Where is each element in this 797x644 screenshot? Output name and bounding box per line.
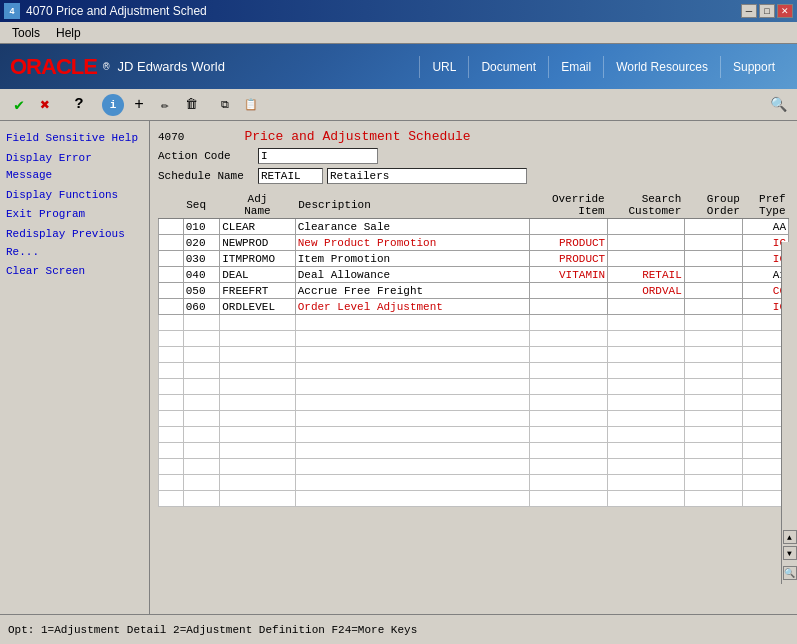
sidebar-item-display-error[interactable]: Display Error Message xyxy=(4,149,145,186)
registered-mark: ® xyxy=(103,61,110,73)
cell-adj: CLEAR xyxy=(220,219,296,235)
empty-cell-o[interactable] xyxy=(159,411,184,427)
header-nav: URL Document Email World Resources Suppo… xyxy=(419,56,787,78)
empty-cell-o[interactable] xyxy=(159,443,184,459)
empty-table-row xyxy=(159,347,789,363)
title-bar-text: 4070 Price and Adjustment Sched xyxy=(26,4,207,18)
paste-button[interactable]: 📋 xyxy=(240,94,262,116)
nav-document[interactable]: Document xyxy=(468,56,548,78)
help-button[interactable]: ? xyxy=(68,94,90,116)
schedule-desc-input[interactable] xyxy=(327,168,527,184)
scroll-down-button[interactable]: ▼ xyxy=(783,546,797,560)
sidebar-item-exit-program[interactable]: Exit Program xyxy=(4,205,145,225)
empty-cell-override xyxy=(530,363,608,379)
close-button[interactable]: ✕ xyxy=(777,4,793,18)
cancel-button[interactable]: ✖ xyxy=(34,94,56,116)
minimize-button[interactable]: ─ xyxy=(741,4,757,18)
cell-group xyxy=(684,235,743,251)
col-header-search: SearchCustomer xyxy=(608,192,685,219)
col-header-group: GroupOrder xyxy=(684,192,743,219)
empty-cell-search xyxy=(608,379,685,395)
empty-cell-o[interactable] xyxy=(159,491,184,507)
schedule-name-label: Schedule Name xyxy=(158,170,258,182)
cell-seq: 020 xyxy=(183,235,219,251)
col-header-desc: Description xyxy=(295,192,529,219)
add-button[interactable]: + xyxy=(128,94,150,116)
empty-cell-o[interactable] xyxy=(159,331,184,347)
data-table: Seq AdjName Description OverrideItem Sea… xyxy=(158,192,789,507)
status-bar: Opt: 1=Adjustment Detail 2=Adjustment De… xyxy=(0,614,797,644)
nav-email[interactable]: Email xyxy=(548,56,603,78)
schedule-name-input[interactable] xyxy=(258,168,323,184)
action-code-row: Action Code xyxy=(158,148,789,164)
cell-desc: Order Level Adjustment xyxy=(295,299,529,315)
sidebar-item-redisplay[interactable]: Redisplay Previous Re... xyxy=(4,225,145,262)
cell-adj: ITMPROMO xyxy=(220,251,296,267)
empty-cell-seq xyxy=(183,315,219,331)
cell-o[interactable] xyxy=(159,235,184,251)
empty-cell-o[interactable] xyxy=(159,379,184,395)
empty-cell-adj xyxy=(220,475,296,491)
scroll-up-button[interactable]: ▲ xyxy=(783,530,797,544)
app-icon: 4 xyxy=(4,3,20,19)
cell-group xyxy=(684,219,743,235)
nav-url[interactable]: URL xyxy=(419,56,468,78)
empty-cell-override xyxy=(530,491,608,507)
empty-cell-desc xyxy=(295,475,529,491)
copy-button[interactable]: ⧉ xyxy=(214,94,236,116)
maximize-button[interactable]: □ xyxy=(759,4,775,18)
cell-override: PRODUCT xyxy=(530,251,608,267)
search-button[interactable]: 🔍 xyxy=(767,94,789,116)
nav-support[interactable]: Support xyxy=(720,56,787,78)
cell-o[interactable] xyxy=(159,283,184,299)
action-code-input[interactable] xyxy=(258,148,378,164)
nav-world-resources[interactable]: World Resources xyxy=(603,56,720,78)
form-header-row: 4070 Price and Adjustment Schedule xyxy=(158,129,789,144)
cell-o[interactable] xyxy=(159,251,184,267)
cell-desc: Item Promotion xyxy=(295,251,529,267)
cell-desc: Clearance Sale xyxy=(295,219,529,235)
empty-cell-override xyxy=(530,459,608,475)
cell-o[interactable] xyxy=(159,299,184,315)
empty-cell-desc xyxy=(295,427,529,443)
empty-cell-o[interactable] xyxy=(159,363,184,379)
zoom-button[interactable]: 🔍 xyxy=(783,566,797,580)
info-button[interactable]: i xyxy=(102,94,124,116)
edit-button[interactable]: ✏ xyxy=(154,94,176,116)
empty-cell-o[interactable] xyxy=(159,475,184,491)
empty-cell-search xyxy=(608,347,685,363)
empty-cell-seq xyxy=(183,379,219,395)
empty-cell-adj xyxy=(220,395,296,411)
schedule-name-row: Schedule Name xyxy=(158,168,789,184)
empty-cell-override xyxy=(530,379,608,395)
empty-table-row xyxy=(159,459,789,475)
zoom-icon: 🔍 xyxy=(783,566,797,580)
empty-cell-override xyxy=(530,427,608,443)
cell-adj: DEAL xyxy=(220,267,296,283)
empty-cell-o[interactable] xyxy=(159,395,184,411)
sidebar-item-clear-screen[interactable]: Clear Screen xyxy=(4,262,145,282)
empty-cell-o[interactable] xyxy=(159,427,184,443)
empty-cell-o[interactable] xyxy=(159,459,184,475)
empty-cell-seq xyxy=(183,427,219,443)
menu-help[interactable]: Help xyxy=(48,24,89,42)
empty-cell-group xyxy=(684,443,743,459)
empty-cell-o[interactable] xyxy=(159,315,184,331)
sidebar: Field Sensitive Help Display Error Messa… xyxy=(0,121,150,614)
menu-tools[interactable]: Tools xyxy=(4,24,48,42)
cell-override: VITAMIN xyxy=(530,267,608,283)
empty-cell-o[interactable] xyxy=(159,347,184,363)
sidebar-item-display-functions[interactable]: Display Functions xyxy=(4,186,145,206)
cell-adj: ORDLEVEL xyxy=(220,299,296,315)
cell-o[interactable] xyxy=(159,267,184,283)
confirm-button[interactable]: ✔ xyxy=(8,94,30,116)
empty-cell-desc xyxy=(295,363,529,379)
cell-o[interactable] xyxy=(159,219,184,235)
sidebar-item-field-help[interactable]: Field Sensitive Help xyxy=(4,129,145,149)
program-number: 4070 xyxy=(158,131,184,143)
delete-button[interactable]: 🗑 xyxy=(180,94,202,116)
cell-override: PRODUCT xyxy=(530,235,608,251)
cell-search xyxy=(608,235,685,251)
empty-cell-group xyxy=(684,491,743,507)
empty-cell-seq xyxy=(183,331,219,347)
